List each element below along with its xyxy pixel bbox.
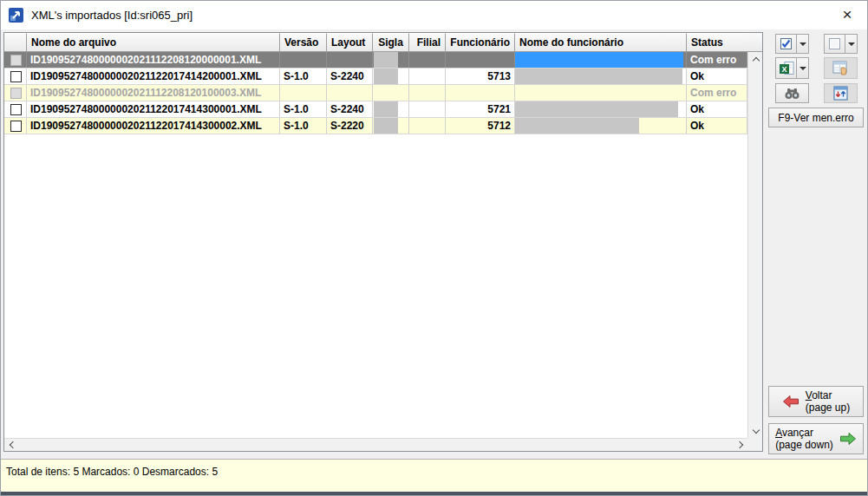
- close-button[interactable]: ×: [827, 1, 867, 29]
- table-row[interactable]: ID1909527480000002021122017414200001.XML…: [4, 69, 747, 85]
- column-header-file-name[interactable]: Nome do arquivo: [27, 33, 280, 52]
- side-panel: X: [763, 29, 868, 495]
- cell-filial: [409, 85, 446, 101]
- cell-layout: [327, 52, 373, 68]
- cell-file-name: ID1909527480000002021112208120000001.XML: [27, 52, 280, 68]
- background-window-edge: [1, 492, 867, 495]
- scroll-left-button[interactable]: [4, 439, 19, 451]
- cell-versao: [280, 85, 327, 101]
- vertical-scrollbar[interactable]: [747, 52, 762, 438]
- svg-text:X: X: [781, 64, 786, 73]
- column-header-check[interactable]: [4, 33, 27, 52]
- cell-file-name: ID1909527480000002021112208120100003.XML: [27, 85, 280, 101]
- cell-filial: [409, 69, 446, 84]
- chevron-left-icon: [10, 441, 16, 448]
- column-header-versao[interactable]: Versão: [280, 33, 327, 52]
- f9-view-error-button[interactable]: F9-Ver men.erro: [768, 108, 864, 127]
- chevron-right-icon: [735, 441, 742, 448]
- window-title: XML's importados [Id:sri065_pri]: [31, 9, 193, 22]
- search-button[interactable]: [775, 83, 809, 103]
- title-bar: XML's importados [Id:sri065_pri] ×: [1, 1, 867, 29]
- checkbox-disabled-icon: [10, 55, 22, 66]
- xml-import-window: XML's importados [Id:sri065_pri] × Nome …: [0, 0, 868, 496]
- avancar-page-down-button[interactable]: Avançar (page down): [768, 423, 864, 454]
- column-header-employee-name[interactable]: Nome do funcionário: [515, 33, 687, 52]
- items-summary: Total de itens: 5 Marcados: 0 Desmarcado…: [6, 466, 218, 478]
- cell-status: Ok: [687, 101, 747, 117]
- scrollbar-corner: [747, 438, 762, 451]
- redacted-sigla-block: [374, 69, 398, 84]
- dropdown-caret-icon: [799, 42, 806, 46]
- cell-sigla: [373, 85, 409, 101]
- cell-status: Com erro: [687, 52, 747, 68]
- cell-funcionario: 5721: [446, 101, 515, 117]
- cell-funcionario: [446, 85, 515, 101]
- horizontal-scrollbar[interactable]: [4, 438, 747, 451]
- grid-header-row: Nome do arquivo Versão Layout Sigla Fili…: [4, 33, 747, 52]
- checkbox-unchecked-icon[interactable]: [10, 71, 22, 82]
- export-excel-button[interactable]: X: [775, 57, 797, 79]
- cell-status: Com erro: [687, 85, 747, 101]
- green-arrow-right-icon: [839, 432, 857, 446]
- cell-versao: S-1.0: [280, 101, 327, 117]
- scroll-down-button[interactable]: [748, 423, 763, 438]
- cell-versao: S-1.0: [280, 118, 327, 134]
- redacted-sigla-block: [374, 52, 398, 68]
- cell-funcionario: 5712: [446, 118, 515, 134]
- export-excel-dropdown[interactable]: [796, 57, 809, 79]
- column-header-filial[interactable]: Filial: [409, 33, 446, 52]
- column-header-status[interactable]: Status: [687, 33, 747, 52]
- cell-sigla: [373, 118, 409, 134]
- scroll-up-button[interactable]: [748, 52, 763, 67]
- row-checkbox-cell[interactable]: [4, 69, 27, 84]
- check-all-dropdown[interactable]: [796, 34, 809, 54]
- column-header-layout[interactable]: Layout: [327, 33, 373, 52]
- cell-versao: [280, 52, 327, 68]
- chevron-down-icon: [752, 426, 759, 433]
- uncheck-all-dropdown[interactable]: [845, 34, 858, 54]
- cell-status: Ok: [687, 118, 747, 134]
- scroll-right-button[interactable]: [733, 439, 747, 451]
- table-row[interactable]: ID1909527480000002021112208120000001.XML…: [4, 52, 747, 69]
- cell-sigla: [373, 69, 409, 84]
- check-all-button[interactable]: [775, 34, 797, 54]
- excel-export-icon: X: [779, 61, 794, 76]
- dropdown-caret-icon: [848, 42, 855, 46]
- redacted-employee-name: [515, 101, 678, 117]
- column-header-sigla[interactable]: Sigla: [373, 33, 409, 52]
- cell-employee-name: [515, 85, 687, 101]
- checkbox-unchecked-icon[interactable]: [10, 121, 22, 132]
- table-row[interactable]: ID1909527480000002021112208120100003.XML…: [4, 85, 747, 101]
- voltar-page-up-button[interactable]: Voltar (page up): [768, 386, 864, 417]
- cell-sigla: [373, 52, 409, 68]
- redacted-employee-name: [515, 69, 682, 84]
- grid-edit-button[interactable]: [824, 57, 858, 79]
- table-row[interactable]: ID1909527480000002021122017414300001.XML…: [4, 101, 747, 118]
- row-checkbox-cell[interactable]: [4, 52, 27, 68]
- cell-layout: S-2220: [327, 118, 373, 134]
- row-checkbox-cell[interactable]: [4, 85, 27, 101]
- chevron-up-icon: [752, 57, 759, 64]
- cell-file-name: ID1909527480000002021122017414200001.XML: [27, 69, 280, 84]
- checkbox-unchecked-icon[interactable]: [10, 104, 22, 115]
- redacted-employee-name: [515, 118, 639, 134]
- row-checkbox-cell[interactable]: [4, 101, 27, 117]
- check-all-icon: [780, 38, 792, 49]
- uncheck-all-button[interactable]: [824, 34, 845, 54]
- cell-employee-name: [515, 52, 687, 68]
- cell-sigla: [373, 101, 409, 117]
- status-bar: Total de itens: 5 Marcados: 0 Desmarcado…: [1, 459, 867, 493]
- cell-employee-name: [515, 118, 687, 134]
- redacted-sigla-block: [374, 118, 398, 134]
- row-checkbox-cell[interactable]: [4, 118, 27, 134]
- column-header-funcionario[interactable]: Funcionário: [446, 33, 515, 52]
- cell-funcionario: 5713: [446, 69, 515, 84]
- cell-filial: [409, 101, 446, 117]
- cell-file-name: ID1909527480000002021122017414300001.XML: [27, 101, 280, 117]
- table-row[interactable]: ID1909527480000002021122017414300002.XML…: [4, 118, 747, 134]
- redacted-sigla-block: [374, 101, 398, 117]
- redacted-employee-name-selected: [515, 52, 683, 68]
- red-arrow-left-icon: [782, 395, 799, 408]
- adjust-columns-button[interactable]: [824, 83, 858, 103]
- avancar-label: Avançar (page down): [775, 427, 833, 451]
